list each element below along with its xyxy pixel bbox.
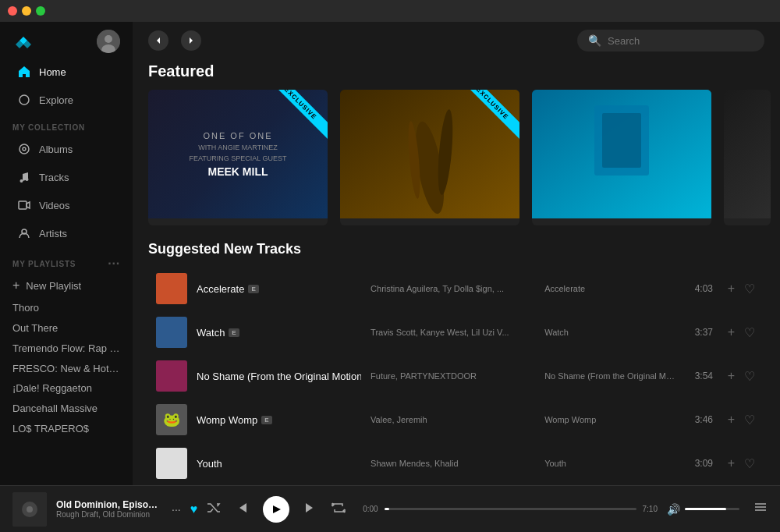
track-thumb-youth xyxy=(156,448,187,479)
track-duration-womp-womp: 3:46 xyxy=(686,414,713,425)
sidebar-tracks-label: Tracks xyxy=(39,172,69,183)
track-row-womp-womp[interactable]: 🐸 Womp Womp E Valee, Jeremih Womp Womp 3… xyxy=(148,398,764,442)
artists-icon xyxy=(17,226,31,240)
svg-point-4 xyxy=(20,144,29,154)
sidebar: Home Explore MY COLLECTION Albums xyxy=(0,22,133,485)
track-info-accelerate: Accelerate E xyxy=(197,283,361,295)
playlist-item-dale[interactable]: ¡Dale! Reggaeton xyxy=(0,378,133,398)
track-info-womp-womp: Womp Womp E xyxy=(197,414,361,426)
track-heart-watch[interactable]: ♡ xyxy=(743,324,757,342)
track-info-youth: Youth xyxy=(197,458,361,470)
sidebar-albums-label: Albums xyxy=(39,144,73,155)
sidebar-item-home[interactable]: Home xyxy=(5,59,128,85)
featured-title: Featured xyxy=(133,59,780,90)
card-image-3 xyxy=(532,90,711,218)
next-button[interactable] xyxy=(303,501,317,518)
featured-card-nicki[interactable]: NEW VIDEO Nicki M... xyxy=(724,90,771,225)
track-artist-youth: Shawn Mendes, Khalid xyxy=(370,459,535,468)
app-body: Home Explore MY COLLECTION Albums xyxy=(0,22,780,485)
svg-point-5 xyxy=(23,147,26,151)
forward-button[interactable] xyxy=(181,30,201,51)
suggested-tracks-title: Suggested New Tracks xyxy=(148,241,764,257)
track-heart-womp-womp[interactable]: ♡ xyxy=(743,411,757,429)
sidebar-item-artists[interactable]: Artists xyxy=(5,220,128,246)
new-playlist-label: New Playlist xyxy=(26,280,81,292)
volume-section: 🔊 xyxy=(667,503,739,516)
track-duration-youth: 3:09 xyxy=(686,458,713,469)
featured-card-wale[interactable]: EP Wale Listen to Wale's 'Self Promotion… xyxy=(532,90,711,225)
volume-bar[interactable] xyxy=(685,508,739,510)
svg-point-3 xyxy=(20,95,29,105)
progress-fill xyxy=(385,508,389,510)
track-add-no-shame[interactable]: + xyxy=(726,367,736,385)
player-more-button[interactable]: ··· xyxy=(172,503,181,516)
sidebar-videos-label: Videos xyxy=(39,200,70,211)
track-heart-youth[interactable]: ♡ xyxy=(743,455,757,473)
previous-button[interactable] xyxy=(235,501,249,518)
sidebar-item-albums[interactable]: Albums xyxy=(5,136,128,162)
playlist-item-dancehall[interactable]: Dancehall Massive xyxy=(0,398,133,418)
featured-card-one-of-one[interactable]: ONE OF ONE WITH ANGIE MARTINEZ FEATURING… xyxy=(148,90,328,225)
track-row-watch[interactable]: Watch E Travis Scott, Kanye West, Lil Uz… xyxy=(148,310,764,354)
featured-card-deadmau5[interactable]: EXCLUSIVE NEW EPISODE deadmau5 Watch dea… xyxy=(340,90,519,225)
svg-point-6 xyxy=(20,179,23,183)
track-add-accelerate[interactable]: + xyxy=(726,280,736,297)
track-info-no-shame: No Shame (From the Original Motion Pictu… xyxy=(197,371,361,382)
search-bar[interactable]: 🔍 xyxy=(577,30,764,51)
playlist-item-out-there[interactable]: Out There xyxy=(0,317,133,338)
progress-track[interactable] xyxy=(385,508,636,510)
traffic-lights xyxy=(8,6,45,16)
track-artist-womp-womp: Valee, Jeremih xyxy=(370,415,535,424)
track-actions-watch: + ♡ xyxy=(722,324,757,342)
minimize-button[interactable] xyxy=(22,6,31,16)
track-actions-womp-womp: + ♡ xyxy=(722,411,757,429)
track-heart-accelerate[interactable]: ♡ xyxy=(743,280,757,298)
track-add-womp-womp[interactable]: + xyxy=(726,411,736,428)
track-add-watch[interactable]: + xyxy=(726,324,736,341)
track-row-no-shame[interactable]: No Shame (From the Original Motion Pictu… xyxy=(148,354,764,398)
svg-point-1 xyxy=(105,35,112,43)
user-avatar[interactable] xyxy=(97,30,120,53)
main-content: 🔍 Featured ONE OF ONE WITH ANGIE MARTINE… xyxy=(133,22,780,485)
card-info-4: NEW VIDEO Nicki M... xyxy=(724,218,771,225)
playlist-item-traperos[interactable]: LO$ TRAPERO$ xyxy=(0,418,133,438)
sidebar-item-videos[interactable]: Videos xyxy=(5,192,128,218)
track-actions-youth: + ♡ xyxy=(722,455,757,473)
track-album-no-shame: No Shame (From the Original Moti... xyxy=(544,371,676,381)
track-thumb-watch xyxy=(156,317,187,348)
queue-button[interactable] xyxy=(753,500,768,518)
playlist-item-thoro[interactable]: Thoro xyxy=(0,297,133,317)
tracks-icon xyxy=(17,170,31,184)
track-row-youth[interactable]: Youth Shawn Mendes, Khalid Youth 3:09 + … xyxy=(148,442,764,485)
playlist-item-fresco[interactable]: FRESCO: New & Hot in La... xyxy=(0,358,133,378)
track-artist-no-shame: Future, PARTYNEXTDOOR xyxy=(370,371,535,381)
track-artist-accelerate: Christina Aguilera, Ty Dolla $ign, ... xyxy=(370,284,535,293)
search-icon: 🔍 xyxy=(588,34,601,47)
player-track-album: Rough Draft, Old Dominion xyxy=(56,510,158,519)
track-add-youth[interactable]: + xyxy=(726,455,736,472)
maximize-button[interactable] xyxy=(36,6,45,16)
tracks-section: Suggested New Tracks Accelerate E Christ… xyxy=(133,241,780,485)
play-button[interactable] xyxy=(263,496,289,523)
track-row-accelerate[interactable]: Accelerate E Christina Aguilera, Ty Doll… xyxy=(148,267,764,310)
close-button[interactable] xyxy=(8,6,17,16)
repeat-button[interactable] xyxy=(332,501,346,518)
track-badge-watch: E xyxy=(229,328,239,337)
playlist-item-tremendo[interactable]: Tremendo Flow: Rap en E... xyxy=(0,338,133,358)
sidebar-item-tracks[interactable]: Tracks xyxy=(5,164,128,190)
title-bar xyxy=(0,0,780,22)
search-input[interactable] xyxy=(608,35,753,47)
sidebar-home-label: Home xyxy=(39,66,66,78)
shuffle-button[interactable] xyxy=(207,501,221,518)
player-heart-button[interactable]: ♥ xyxy=(190,502,198,516)
playlists-more-button[interactable]: ··· xyxy=(108,257,120,271)
my-collection-header: MY COLLECTION xyxy=(0,114,133,135)
sidebar-item-explore[interactable]: Explore xyxy=(5,87,128,113)
explore-icon xyxy=(17,93,31,107)
track-thumb-womp-womp: 🐸 xyxy=(156,404,187,435)
track-heart-no-shame[interactable]: ♡ xyxy=(743,367,757,385)
player-progress[interactable]: 0:00 7:10 xyxy=(363,505,658,513)
player-total-time: 7:10 xyxy=(643,505,658,513)
new-playlist-button[interactable]: + New Playlist xyxy=(0,274,133,297)
back-button[interactable] xyxy=(148,30,168,51)
